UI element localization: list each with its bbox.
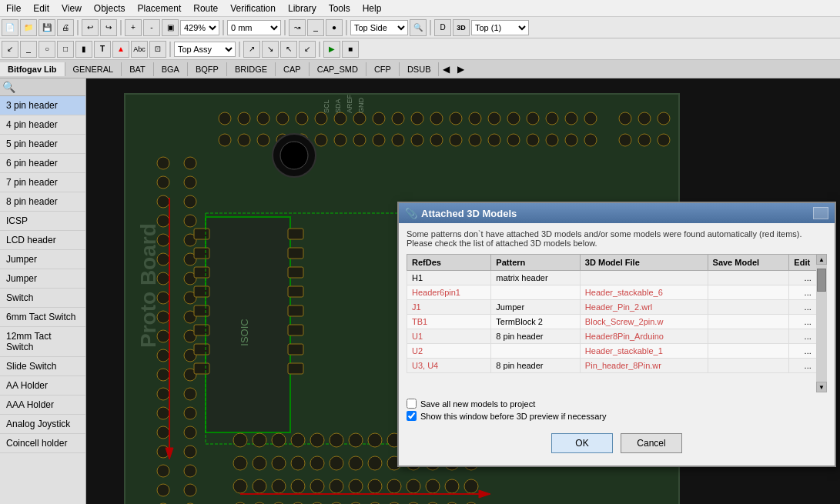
via-button[interactable]: ● xyxy=(326,19,343,36)
label-tool[interactable]: Abc xyxy=(131,41,148,58)
tab-scroll-left[interactable]: ◀ xyxy=(439,62,453,77)
cell-3dmodel: Pin_header_8Pin.wr xyxy=(580,359,708,373)
menu-file[interactable]: File xyxy=(0,2,27,15)
rect-tool[interactable]: □ xyxy=(57,41,74,58)
wire-tool[interactable]: ⎯ xyxy=(20,41,37,58)
zoom-out-button[interactable]: - xyxy=(143,19,160,36)
save-models-checkbox[interactable] xyxy=(407,399,417,409)
pointer-tool[interactable]: ↙ xyxy=(2,41,18,58)
sidebar-item-icsp[interactable]: ICSP xyxy=(0,212,85,231)
toolbar1: 📄 📁 💾 🖨 ↩ ↪ + - ▣ 429% 0 mm ↝ ⎯ ● Top Si… xyxy=(0,17,840,38)
menu-objects[interactable]: Objects xyxy=(88,2,132,15)
tab-scroll-right[interactable]: ▶ xyxy=(453,62,468,77)
save-button[interactable]: 💾 xyxy=(38,19,55,36)
menu-tools[interactable]: Tools xyxy=(323,2,356,15)
text-tool[interactable]: T xyxy=(94,41,111,58)
scroll-up-button[interactable]: ▲ xyxy=(816,254,827,265)
route-tool3[interactable]: ↖ xyxy=(280,41,297,58)
show-window-checkbox[interactable] xyxy=(407,411,417,421)
print-button[interactable]: 🖨 xyxy=(57,19,74,36)
tab-bga[interactable]: BGA xyxy=(154,62,188,76)
sidebar-item-slide-switch[interactable]: Slide Switch xyxy=(0,357,85,376)
component-sidebar: 🔍 3 pin header 4 pin header 5 pin header… xyxy=(0,78,86,504)
sidebar-item-coincell[interactable]: Coincell holder xyxy=(0,434,85,453)
side-select[interactable]: Top Side xyxy=(350,20,408,35)
menu-edit[interactable]: Edit xyxy=(27,2,55,15)
sidebar-item-12mm-tact[interactable]: 12mm Tact Switch xyxy=(0,327,85,357)
select-button[interactable]: ↝ xyxy=(289,19,306,36)
table-row[interactable]: TB1TermBlock 2Block_Screw_2pin.w... xyxy=(407,315,827,329)
tab-cap[interactable]: CAP xyxy=(276,62,310,76)
scroll-down-button[interactable]: ▼ xyxy=(816,382,827,392)
menu-placement[interactable]: Placement xyxy=(132,2,188,15)
undo-button[interactable]: ↩ xyxy=(82,19,99,36)
menu-verification[interactable]: Verification xyxy=(224,2,282,15)
pcb-canvas[interactable]: Proto Board xyxy=(86,78,840,504)
tab-general[interactable]: GENERAL xyxy=(65,62,122,76)
sidebar-item-jumper2[interactable]: Jumper xyxy=(0,269,85,289)
table-row[interactable]: U3, U48 pin headerPin_header_8Pin.wr... xyxy=(407,359,827,373)
cell-refdes: Header6pin1 xyxy=(407,285,491,300)
cell-refdes: U3, U4 xyxy=(407,359,491,373)
route-tool4[interactable]: ↙ xyxy=(299,41,316,58)
sidebar-item-aaa[interactable]: AAA Holder xyxy=(0,396,85,415)
zoom-in-button[interactable]: + xyxy=(125,19,142,36)
menu-route[interactable]: Route xyxy=(187,2,224,15)
show-window-check-row: Show this window before 3D preview if ne… xyxy=(407,411,827,421)
sidebar-item-6mm-tact[interactable]: 6mm Tact Switch xyxy=(0,308,85,327)
sidebar-item-5pin[interactable]: 5 pin header xyxy=(0,135,85,154)
sidebar-item-lcd[interactable]: LCD header xyxy=(0,231,85,250)
assy-select[interactable]: Top Assy xyxy=(174,42,236,57)
tab-cfp[interactable]: CFP xyxy=(366,62,400,76)
cell-3dmodel: Block_Screw_2pin.w xyxy=(580,315,708,329)
table-row[interactable]: U18 pin headerHeader8Pin_Arduino... xyxy=(407,329,827,344)
sidebar-item-4pin[interactable]: 4 pin header xyxy=(0,115,85,135)
route-button[interactable]: ⎯ xyxy=(307,19,324,36)
table-scrollbar[interactable]: ▲ ▼ xyxy=(816,254,827,392)
sidebar-item-joystick[interactable]: Analog Joystick xyxy=(0,415,85,434)
zoom-select[interactable]: 429% xyxy=(180,20,219,35)
tab-bitfogav[interactable]: Bitfogav Lib xyxy=(0,62,65,76)
drc-button[interactable]: D xyxy=(434,19,451,36)
table-row[interactable]: J1JumperHeader_Pin_2.wrl... xyxy=(407,300,827,315)
cancel-button[interactable]: Cancel xyxy=(621,433,682,453)
new-button[interactable]: 📄 xyxy=(2,19,18,36)
menu-help[interactable]: Help xyxy=(356,2,388,15)
sidebar-item-aa[interactable]: AA Holder xyxy=(0,376,85,396)
sidebar-item-switch[interactable]: Switch xyxy=(0,289,85,308)
table-row[interactable]: Header6pin1Header_stackable_6... xyxy=(407,285,827,300)
fill-tool[interactable]: ▮ xyxy=(75,41,92,58)
image-tool[interactable]: ⚀ xyxy=(149,41,166,58)
zoom-fit-button[interactable]: ▣ xyxy=(162,19,179,36)
menu-library[interactable]: Library xyxy=(282,2,323,15)
menu-view[interactable]: View xyxy=(55,2,88,15)
circle-tool[interactable]: ○ xyxy=(38,41,55,58)
redo-button[interactable]: ↪ xyxy=(100,19,117,36)
table-row[interactable]: U2Header_stackable_1... xyxy=(407,344,827,359)
tab-bqfp[interactable]: BQFP xyxy=(188,62,227,76)
arc-tool[interactable]: ▲ xyxy=(112,41,129,58)
table-row[interactable]: H1matrix header... xyxy=(407,271,827,285)
scroll-thumb[interactable] xyxy=(817,269,826,292)
component-tabbar: Bitfogav Lib GENERAL BAT BGA BQFP BRIDGE… xyxy=(0,60,840,78)
open-button[interactable]: 📁 xyxy=(20,19,37,36)
sidebar-item-jumper1[interactable]: Jumper xyxy=(0,250,85,269)
layer-select[interactable]: Top (1) xyxy=(471,20,529,35)
3d-button[interactable]: 3D xyxy=(453,19,470,36)
play-button[interactable]: ▶ xyxy=(323,41,340,58)
ok-button[interactable]: OK xyxy=(551,433,613,453)
cell-refdes: TB1 xyxy=(407,315,491,329)
route-tool2[interactable]: ↘ xyxy=(262,41,279,58)
tab-bat[interactable]: BAT xyxy=(122,62,154,76)
route-tool1[interactable]: ↗ xyxy=(243,41,260,58)
tab-bridge[interactable]: BRIDGE xyxy=(227,62,276,76)
tab-dsub[interactable]: DSUB xyxy=(400,62,440,76)
stop-button[interactable]: ■ xyxy=(342,41,359,58)
sidebar-item-8pin[interactable]: 8 pin header xyxy=(0,192,85,212)
search-button[interactable]: 🔍 xyxy=(410,19,427,36)
coord-select[interactable]: 0 mm xyxy=(227,20,281,35)
sidebar-item-6pin[interactable]: 6 pin header xyxy=(0,154,85,173)
sidebar-item-3pin[interactable]: 3 pin header xyxy=(0,96,85,115)
tab-cap-smd[interactable]: CAP_SMD xyxy=(310,62,366,76)
sidebar-item-7pin[interactable]: 7 pin header xyxy=(0,173,85,192)
